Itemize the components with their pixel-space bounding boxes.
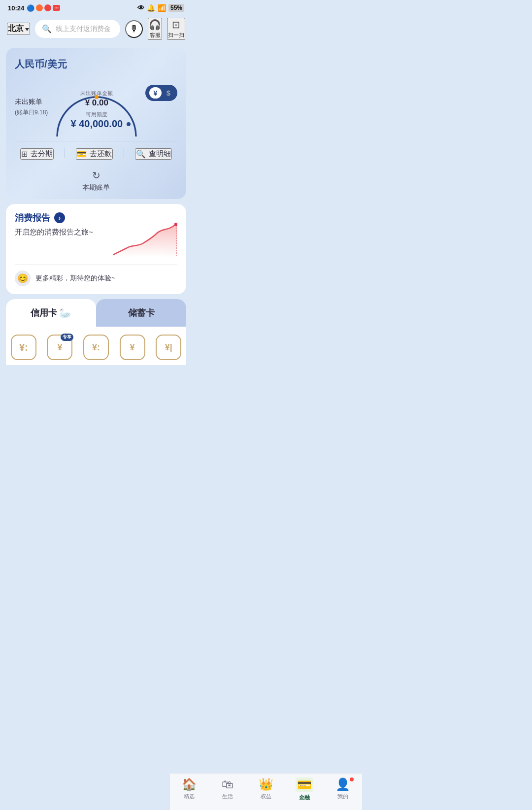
notification-icon bbox=[36, 4, 43, 11]
installment-label: 去分期 bbox=[31, 149, 53, 159]
currency-toggle[interactable]: ¥ $ bbox=[145, 85, 177, 101]
report-more-text: 更多精彩，期待您的体验~ bbox=[35, 274, 115, 283]
unpaid-label: 未出账单 bbox=[15, 98, 48, 106]
scan-icon: ⊡ bbox=[172, 19, 180, 31]
app-icon1 bbox=[44, 4, 51, 11]
credit-card-section: 人民币/美元 未出账单 (账单日9.18) 未出账单金额 ¥ 0.00 可用额度 bbox=[6, 48, 186, 199]
service-item-2[interactable]: ¥ 专享 bbox=[44, 335, 76, 360]
credit-emoji: 🦢 bbox=[59, 307, 71, 319]
status-bar: 10:24 🔵 ··· 👁 🔔 📶 55% bbox=[0, 0, 192, 14]
service-icon-4: ¥ bbox=[130, 342, 135, 353]
bell-icon: 🔔 bbox=[147, 4, 155, 12]
location-button[interactable]: 北京 bbox=[7, 23, 30, 35]
report-title: 消费报告 bbox=[15, 212, 50, 224]
service-item-4[interactable]: ¥ bbox=[117, 335, 148, 360]
service-item-5[interactable]: ¥| bbox=[153, 335, 184, 360]
gauge-text: 未出账单金额 ¥ 0.00 可用额度 ¥ 40,000.00 bbox=[50, 80, 143, 134]
gauge-container: 未出账单金额 ¥ 0.00 可用额度 ¥ 40,000.00 bbox=[50, 80, 143, 134]
service-item-1[interactable]: ¥: bbox=[8, 335, 39, 360]
unpaid-amount: ¥ 0.00 bbox=[85, 98, 108, 108]
installment-icon: ⊞ bbox=[21, 149, 28, 159]
repay-label: 去还款 bbox=[90, 149, 112, 159]
report-section: 消费报告 › 开启您的消费报告之旅~ 😊 更多精彩，期待您的 bbox=[6, 204, 186, 294]
search-icon: 🔍 bbox=[42, 24, 52, 34]
voice-button[interactable]: 🎙 bbox=[125, 20, 143, 38]
service-icon-2: ¥ bbox=[57, 342, 62, 353]
details-button[interactable]: 🔍 查明细 bbox=[135, 148, 172, 160]
search-area: 北京 🔍 线上支付返消费金 🎙 🎧 客服 ⊡ 扫一扫 bbox=[0, 14, 192, 45]
exclusive-badge: 专享 bbox=[61, 334, 73, 341]
card-main: 未出账单 (账单日9.18) 未出账单金额 ¥ 0.00 可用额度 ¥ 40,0… bbox=[15, 80, 177, 134]
search-box[interactable]: 🔍 线上支付返消费金 bbox=[35, 20, 120, 38]
card-left-info: 未出账单 (账单日9.18) bbox=[15, 98, 48, 117]
service-grid: ¥: ¥ 专享 ¥: ¥ ¥| bbox=[6, 327, 186, 365]
avatar: 😊 bbox=[15, 270, 31, 286]
service-icon-3: ¥: bbox=[92, 342, 100, 353]
location-label: 北京 bbox=[8, 24, 24, 34]
status-time: 10:24 bbox=[8, 4, 24, 12]
cny-currency[interactable]: ¥ bbox=[149, 87, 161, 99]
service-item-3[interactable]: ¥: bbox=[80, 335, 112, 360]
eye-icon: 👁 bbox=[137, 4, 144, 12]
refresh-icon: ↻ bbox=[92, 169, 100, 181]
action-divider-1 bbox=[65, 148, 65, 158]
details-icon: 🔍 bbox=[136, 149, 146, 159]
report-arrow-button[interactable]: › bbox=[54, 212, 65, 223]
tab-savings-card[interactable]: 储蓄卡 bbox=[96, 299, 186, 327]
report-subtitle: 开启您的消费报告之旅~ bbox=[15, 228, 93, 237]
customer-service-label: 客服 bbox=[150, 32, 161, 39]
service-icon-1: ¥: bbox=[19, 342, 28, 353]
bill-tab[interactable]: ↻ 本期账单 bbox=[15, 165, 177, 199]
report-header: 消费报告 › bbox=[15, 212, 177, 224]
service-icon-box-2: ¥ 专享 bbox=[47, 335, 72, 360]
status-icons: 🔵 ··· bbox=[27, 4, 60, 12]
repay-button[interactable]: 💳 去还款 bbox=[76, 148, 113, 160]
report-bottom: 😊 更多精彩，期待您的体验~ bbox=[15, 264, 177, 286]
card-title: 人民币/美元 bbox=[15, 58, 177, 71]
search-placeholder: 线上支付返消费金 bbox=[56, 25, 111, 34]
status-right: 👁 🔔 📶 55% bbox=[137, 4, 184, 12]
bill-date: (账单日9.18) bbox=[15, 108, 48, 117]
card-type-tabs: 信用卡 🦢 储蓄卡 bbox=[6, 299, 186, 327]
headset-icon: 🎧 bbox=[149, 19, 161, 31]
installment-button[interactable]: ⊞ 去分期 bbox=[20, 148, 54, 160]
customer-service-button[interactable]: 🎧 客服 bbox=[148, 18, 162, 40]
location-arrow-icon bbox=[25, 28, 29, 31]
tab-credit-card[interactable]: 信用卡 🦢 bbox=[6, 299, 96, 327]
service-icon-box-5: ¥| bbox=[156, 335, 181, 360]
status-left: 10:24 🔵 ··· bbox=[8, 4, 60, 12]
unpaid-amount-label: 未出账单金额 bbox=[80, 90, 113, 97]
repay-icon: 💳 bbox=[77, 149, 87, 159]
top-right-buttons: 🎧 客服 ⊡ 扫一扫 bbox=[148, 18, 185, 40]
details-label: 查明细 bbox=[149, 149, 171, 159]
usd-currency[interactable]: $ bbox=[164, 87, 173, 99]
mic-icon: 🎙 bbox=[130, 24, 138, 34]
wifi-icon: 📶 bbox=[158, 4, 166, 12]
savings-tab-label: 储蓄卡 bbox=[128, 308, 155, 318]
chart-svg bbox=[113, 223, 177, 257]
action-divider-2 bbox=[124, 148, 124, 158]
scan-label: 扫一扫 bbox=[168, 32, 184, 39]
available-label: 可用额度 bbox=[86, 111, 107, 118]
service-icon-5: ¥| bbox=[165, 342, 172, 353]
service-icon-box-3: ¥: bbox=[83, 335, 109, 360]
service-icon-box-1: ¥: bbox=[11, 335, 36, 360]
available-amount: ¥ 40,000.00 bbox=[71, 118, 123, 130]
battery-icon: 55% bbox=[168, 4, 184, 12]
service-icon-box-4: ¥ bbox=[120, 335, 145, 360]
bill-tab-label: 本期账单 bbox=[82, 183, 110, 192]
report-chart bbox=[113, 223, 177, 257]
credit-tab-label: 信用卡 bbox=[31, 307, 57, 319]
scan-button[interactable]: ⊡ 扫一扫 bbox=[167, 18, 185, 40]
card-actions: ⊞ 去分期 💳 去还款 🔍 查明细 bbox=[15, 141, 177, 165]
